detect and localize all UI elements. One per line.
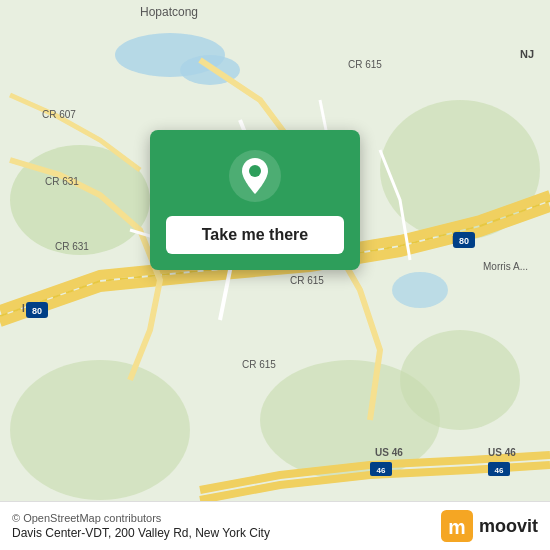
svg-text:US 46: US 46 [488,447,516,458]
svg-text:80: 80 [32,306,42,316]
svg-text:Morris A...: Morris A... [483,261,528,272]
svg-text:CR 615: CR 615 [290,275,324,286]
svg-text:CR 615: CR 615 [242,359,276,370]
moovit-logo-icon: m [441,510,473,542]
svg-text:CR 607: CR 607 [42,109,76,120]
svg-point-31 [249,165,261,177]
svg-text:US 46: US 46 [375,447,403,458]
cta-card: Take me there [150,130,360,270]
svg-text:CR 631: CR 631 [45,176,79,187]
map-background: Hopatcong CR 607 CR 615 CR 631 CR 631 I … [0,0,550,550]
svg-text:CR 615: CR 615 [348,59,382,70]
svg-point-7 [10,360,190,500]
attribution: © OpenStreetMap contributors [12,512,270,524]
location-pin-icon [229,150,281,202]
bottom-left: © OpenStreetMap contributors Davis Cente… [12,512,270,540]
map-container: Hopatcong CR 607 CR 615 CR 631 CR 631 I … [0,0,550,550]
svg-text:NJ: NJ [520,48,534,60]
svg-text:80: 80 [459,236,469,246]
moovit-logo: m moovit [441,510,538,542]
svg-text:46: 46 [495,466,504,475]
bottom-bar: © OpenStreetMap contributors Davis Cente… [0,501,550,550]
svg-text:m: m [448,516,465,538]
svg-point-8 [400,330,520,430]
svg-point-3 [392,272,448,308]
svg-text:46: 46 [377,466,386,475]
moovit-brand-text: moovit [479,516,538,537]
svg-text:CR 631: CR 631 [55,241,89,252]
svg-text:Hopatcong: Hopatcong [140,5,198,19]
location-label: Davis Center-VDT, 200 Valley Rd, New Yor… [12,526,270,540]
take-me-there-button[interactable]: Take me there [166,216,344,254]
